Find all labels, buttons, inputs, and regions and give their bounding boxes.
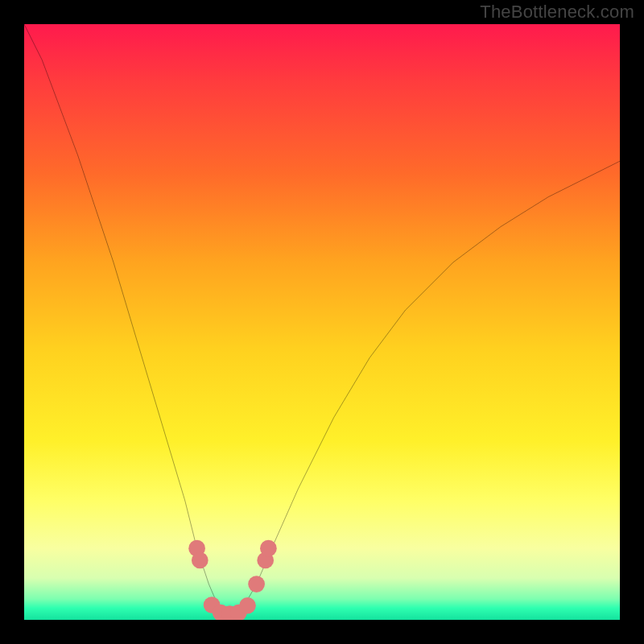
- plot-area: [24, 24, 620, 620]
- marker-dot: [192, 552, 208, 569]
- marker-dot: [248, 576, 265, 592]
- marker-dot: [239, 597, 256, 614]
- curve-layer: [24, 24, 620, 620]
- watermark-text: TheBottleneck.com: [480, 2, 634, 23]
- marker-dots: [188, 540, 277, 620]
- marker-dot: [260, 540, 277, 557]
- chart-frame: TheBottleneck.com: [0, 0, 644, 644]
- bottleneck-curve: [24, 24, 620, 614]
